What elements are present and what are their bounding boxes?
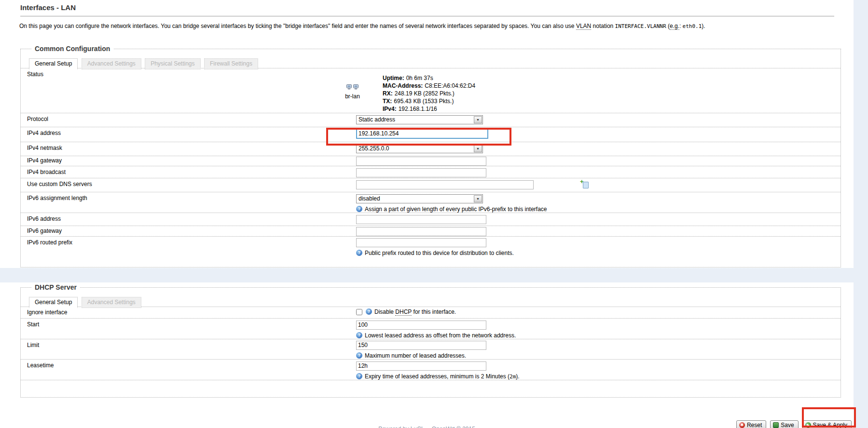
- status-tx: TX:695.43 KB (1533 Pkts.): [383, 97, 475, 105]
- field-label: IPv6 assignment length: [21, 192, 356, 213]
- field-label: Status: [21, 68, 356, 113]
- field-label: IPv6 address: [21, 213, 356, 226]
- eg-abbr: e.g.: [670, 23, 679, 30]
- help-icon: ?: [356, 332, 362, 338]
- status-rx: RX:248.19 KB (2852 Pkts.): [383, 90, 475, 97]
- protocol-select-value: Static address: [357, 116, 473, 123]
- section-legend: Common Configuration: [31, 45, 113, 53]
- ipv4-netmask-select-value: 255.255.0.0: [357, 145, 473, 152]
- tab-bar: General Setup Advanced Settings Physical…: [21, 58, 840, 68]
- page-title: Interfaces - LAN: [20, 3, 834, 16]
- field-label: IPv6 routed prefix: [21, 237, 356, 267]
- field-help: ? Public prefix routed to this device fo…: [356, 250, 840, 256]
- help-icon: ?: [356, 352, 362, 359]
- footer-text: Powered by LuCI — OpenWrt © 2015: [0, 426, 854, 428]
- description-text: On this page you can configure the netwo…: [19, 23, 576, 29]
- help-text: Assign a part of given length of every p…: [365, 206, 547, 213]
- chevron-down-icon: ▼: [474, 116, 482, 123]
- page-description: On this page you can configure the netwo…: [19, 23, 791, 30]
- interface-vlannr-code: INTERFACE.VLANNR: [615, 23, 666, 29]
- custom-dns-input[interactable]: [356, 180, 534, 189]
- common-configuration-section: Common Configuration General Setup Advan…: [20, 49, 841, 268]
- description-text: ).: [702, 23, 705, 29]
- help-text: Maximum number of leased addresses.: [365, 352, 466, 359]
- leasetime-code: 2m: [510, 374, 516, 380]
- field-label: IPv4 address: [21, 127, 356, 142]
- help-text: Expiry time of leased addresses, minimum…: [365, 373, 520, 380]
- row-protocol: Protocol Static address ▼: [21, 113, 840, 127]
- row-ipv6-routed-prefix: IPv6 routed prefix ? Public prefix route…: [21, 237, 840, 267]
- field-label: Use custom DNS servers: [21, 178, 356, 192]
- row-dhcp-leasetime: Leasetime ? Expiry time of leased addres…: [21, 360, 840, 380]
- row-ipv4-gateway: IPv4 gateway: [21, 156, 840, 166]
- dhcp-start-input[interactable]: [356, 321, 486, 330]
- ipv6-assignment-select-value: disabled: [357, 195, 473, 202]
- field-help: ? Expiry time of leased addresses, minim…: [356, 373, 840, 380]
- row-dhcp-limit: Limit ? Maximum number of leased address…: [21, 339, 840, 360]
- help-icon: ?: [356, 373, 362, 379]
- plus-icon: +: [580, 179, 584, 185]
- field-label: IPv4 gateway: [21, 156, 356, 166]
- description-text: :: [679, 23, 683, 29]
- field-label: Leasetime: [21, 360, 356, 380]
- tab-advanced-settings[interactable]: Advanced Settings: [82, 58, 141, 69]
- protocol-select[interactable]: Static address ▼: [356, 115, 483, 124]
- help-text: Lowest leased address as offset from the…: [365, 332, 516, 339]
- row-dhcp-start: Start ? Lowest leased address as offset …: [21, 319, 840, 339]
- tab-bar: General Setup Advanced Settings: [21, 296, 840, 307]
- chevron-down-icon: ▼: [474, 195, 482, 202]
- status-uptime: Uptime:0h 6m 37s: [383, 74, 475, 82]
- vlan-abbr: VLAN: [576, 23, 591, 30]
- chevron-down-icon: ▼: [474, 145, 482, 152]
- page: Interfaces - LAN On this page you can co…: [0, 0, 868, 428]
- status-ipv4: IPv4:192.168.1.1/16: [383, 105, 475, 113]
- ipv6-gateway-input[interactable]: [356, 227, 486, 236]
- eth0-code: eth0.1: [683, 23, 702, 29]
- annotation-box-save-apply: [802, 407, 856, 428]
- device-block: br-lan: [327, 84, 378, 113]
- tab-general-setup[interactable]: General Setup: [29, 58, 78, 69]
- field-label: IPv4 broadcast: [21, 166, 356, 178]
- dhcp-leasetime-input[interactable]: [356, 361, 486, 371]
- tab-dhcp-advanced-settings[interactable]: Advanced Settings: [82, 297, 141, 308]
- status-mac-address: MAC-Address:C8:EE:A6:04:62:D4: [383, 82, 475, 90]
- row-ipv4-broadcast: IPv4 broadcast: [21, 166, 840, 178]
- dhcp-server-section: DHCP Server General Setup Advanced Setti…: [20, 287, 841, 398]
- help-icon: ?: [356, 206, 362, 212]
- ipv4-broadcast-input[interactable]: [356, 168, 486, 177]
- row-custom-dns: Use custom DNS servers +: [21, 178, 840, 192]
- ipv6-routed-prefix-input[interactable]: [356, 238, 486, 247]
- field-label: Start: [21, 319, 356, 339]
- annotation-box-ipv4-address: [326, 128, 511, 146]
- description-text: notation: [591, 23, 615, 29]
- tab-dhcp-general-setup[interactable]: General Setup: [29, 297, 78, 308]
- field-label: IPv4 netmask: [21, 142, 356, 156]
- row-ipv6-gateway: IPv6 gateway: [21, 226, 840, 237]
- field-help: ? Assign a part of given length of every…: [356, 206, 840, 213]
- ipv4-gateway-input[interactable]: [356, 157, 486, 166]
- device-name: br-lan: [327, 93, 378, 100]
- section-gap: [0, 268, 854, 282]
- bridge-interface-icon: [346, 84, 359, 92]
- field-label: Protocol: [21, 113, 356, 127]
- ignore-interface-checkbox[interactable]: [356, 309, 362, 315]
- row-ipv6-address: IPv6 address: [21, 213, 840, 226]
- dhcp-limit-input[interactable]: [356, 341, 486, 350]
- ipv6-address-input[interactable]: [356, 215, 486, 224]
- field-label: IPv6 gateway: [21, 226, 356, 236]
- field-help: ? Lowest leased address as offset from t…: [356, 332, 840, 339]
- help-icon: ?: [356, 250, 362, 256]
- tab-physical-settings[interactable]: Physical Settings: [145, 58, 200, 69]
- add-entry-icon[interactable]: +: [581, 180, 589, 188]
- help-text: Disable DHCP for this interface.: [374, 308, 456, 315]
- section-legend: DHCP Server: [31, 283, 80, 291]
- description-text: (: [666, 23, 670, 29]
- row-ignore-interface: Ignore interface ? Disable DHCP for this…: [21, 307, 840, 319]
- row-ipv6-assignment-length: IPv6 assignment length disabled ▼ ? Assi…: [21, 192, 840, 213]
- row-status: Status br-lan Up: [21, 68, 840, 113]
- status-info: Uptime:0h 6m 37s MAC-Address:C8:EE:A6:04…: [383, 74, 475, 113]
- ipv6-assignment-select[interactable]: disabled ▼: [356, 194, 483, 203]
- dhcp-abbr: DHCP: [395, 308, 412, 316]
- tab-firewall-settings[interactable]: Firewall Settings: [204, 58, 258, 69]
- field-label: Ignore interface: [21, 307, 356, 318]
